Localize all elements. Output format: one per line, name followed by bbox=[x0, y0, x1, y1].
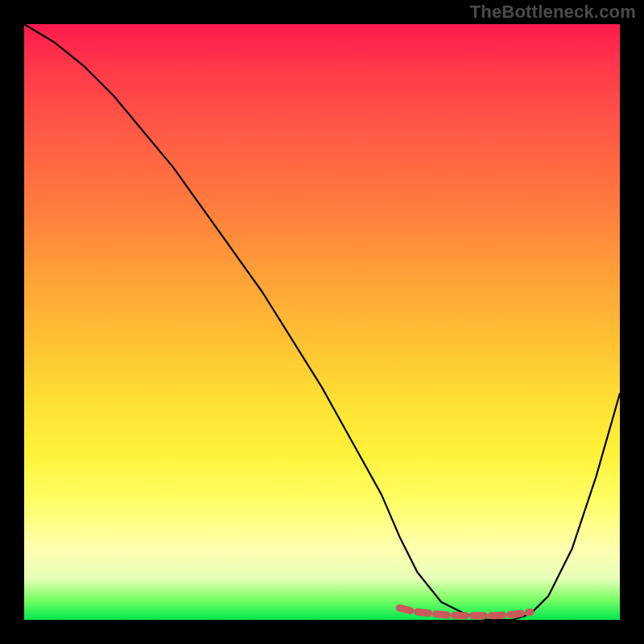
watermark-text: TheBottleneck.com bbox=[470, 2, 636, 23]
optimal-band-markers bbox=[399, 608, 530, 616]
curve-svg bbox=[24, 24, 620, 620]
chart-stage: TheBottleneck.com bbox=[0, 0, 644, 644]
plot-area bbox=[24, 24, 620, 620]
bottleneck-curve bbox=[24, 24, 620, 620]
